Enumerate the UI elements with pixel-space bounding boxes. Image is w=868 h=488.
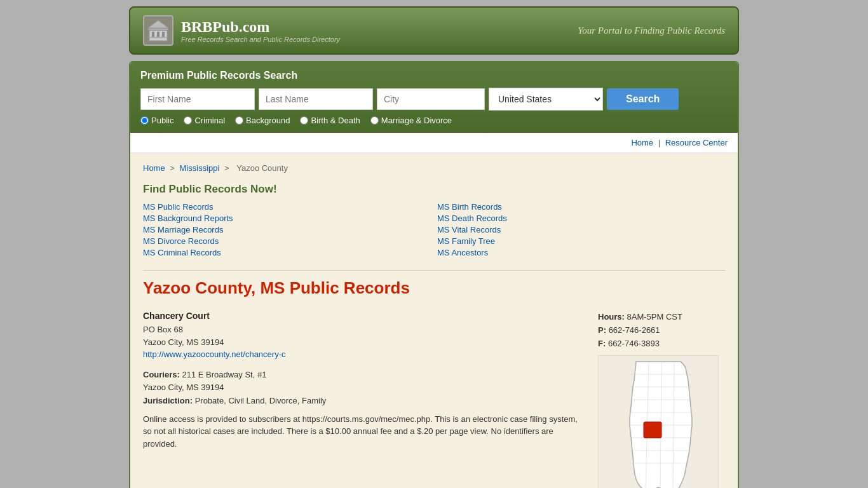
link-ms-divorce-records[interactable]: MS Divorce Records bbox=[143, 236, 431, 246]
couriers-city: Yazoo City, MS 39194 bbox=[143, 381, 585, 395]
breadcrumb-sep1: > bbox=[170, 163, 177, 173]
country-select[interactable]: United States bbox=[489, 88, 603, 111]
svg-rect-6 bbox=[149, 37, 167, 38]
phone-text: P: 662-746-2661 bbox=[598, 324, 725, 337]
svg-rect-1 bbox=[148, 28, 168, 30]
address-line2: Yazoo City, MS 39194 bbox=[143, 336, 585, 349]
county-title: Yazoo County, MS Public Records bbox=[143, 278, 725, 298]
records-section: Find Public Records Now! MS Public Recor… bbox=[143, 183, 725, 488]
couriers-label: Couriers: bbox=[143, 370, 180, 379]
breadcrumb-home[interactable]: Home bbox=[143, 163, 165, 173]
top-nav: Home | Resource Center bbox=[130, 133, 738, 153]
jurisdiction-text: Jurisdiction: Probate, Civil Land, Divor… bbox=[143, 395, 585, 408]
main-container: Premium Public Records Search United Sta… bbox=[129, 61, 739, 488]
city-input[interactable] bbox=[377, 88, 485, 110]
breadcrumb-county: Yazoo County bbox=[236, 163, 288, 173]
phone-label: P: bbox=[598, 325, 606, 335]
office-block: Chancery Court PO Box 68 Yazoo City, MS … bbox=[143, 311, 585, 361]
radio-background[interactable]: Background bbox=[235, 116, 290, 125]
link-ms-death-records[interactable]: MS Death Records bbox=[437, 214, 725, 223]
search-panel: Premium Public Records Search United Sta… bbox=[130, 62, 738, 133]
ms-map bbox=[598, 355, 719, 488]
search-panel-title: Premium Public Records Search bbox=[140, 70, 728, 81]
logo-area: BRBPub.com Free Records Search and Publi… bbox=[143, 15, 340, 46]
fax-value: 662-746-3893 bbox=[608, 339, 660, 348]
logo-icon bbox=[143, 15, 173, 46]
link-ms-public-records[interactable]: MS Public Records bbox=[143, 202, 431, 212]
hours-text: Hours: 8AM-5PM CST bbox=[598, 311, 725, 324]
svg-rect-5 bbox=[162, 32, 165, 37]
radio-birth-death[interactable]: Birth & Death bbox=[300, 116, 360, 125]
search-form: United States Search bbox=[140, 88, 728, 111]
logo-text: BRBPub.com Free Records Search and Publi… bbox=[181, 18, 340, 43]
couriers-value: 211 E Broadway St, #1 bbox=[182, 370, 266, 379]
records-left: Find Public Records Now! MS Public Recor… bbox=[143, 183, 725, 488]
header: BRBPub.com Free Records Search and Publi… bbox=[129, 6, 739, 55]
content-area: Home | Resource Center Home > Mississipp… bbox=[130, 133, 738, 488]
link-ms-criminal-records[interactable]: MS Criminal Records bbox=[143, 248, 431, 257]
content-body: Home > Mississippi > Yazoo County Find P… bbox=[130, 153, 738, 488]
header-tagline: Your Portal to Finding Public Records bbox=[578, 25, 725, 36]
radio-criminal[interactable]: Criminal bbox=[184, 116, 225, 125]
county-left: Chancery Court PO Box 68 Yazoo City, MS … bbox=[143, 311, 585, 488]
link-ms-vital-records[interactable]: MS Vital Records bbox=[437, 225, 725, 234]
phone-value: 662-746-2661 bbox=[609, 325, 660, 335]
link-ms-marriage-records[interactable]: MS Marriage Records bbox=[143, 225, 431, 234]
office-address: PO Box 68 Yazoo City, MS 39194 http://ww… bbox=[143, 323, 585, 361]
couriers-text: Couriers: 211 E Broadway St, #1 bbox=[143, 369, 585, 382]
jurisdiction-block: Couriers: 211 E Broadway St, #1 Yazoo Ci… bbox=[143, 369, 585, 451]
svg-rect-3 bbox=[152, 32, 154, 37]
search-button[interactable]: Search bbox=[607, 88, 679, 110]
county-right: Hours: 8AM-5PM CST P: 662-746-2661 F: 66… bbox=[598, 311, 725, 488]
jurisdiction-label: Jurisdiction: bbox=[143, 396, 193, 405]
site-title: BRBPub.com bbox=[181, 18, 340, 36]
records-title: Find Public Records Now! bbox=[143, 183, 725, 196]
link-ms-ancestors[interactable]: MS Ancestors bbox=[437, 248, 725, 257]
nav-separator: | bbox=[658, 138, 660, 147]
svg-marker-2 bbox=[148, 20, 168, 28]
site-subtitle: Free Records Search and Public Records D… bbox=[181, 36, 340, 43]
divider bbox=[143, 270, 725, 271]
hours-label: Hours: bbox=[598, 312, 625, 322]
link-ms-background-reports[interactable]: MS Background Reports bbox=[143, 214, 431, 223]
nav-resource-link[interactable]: Resource Center bbox=[665, 138, 728, 147]
svg-rect-4 bbox=[157, 32, 159, 37]
last-name-input[interactable] bbox=[259, 88, 373, 110]
nav-home-link[interactable]: Home bbox=[631, 138, 653, 147]
fax-text: F: 662-746-3893 bbox=[598, 337, 725, 351]
county-details: Chancery Court PO Box 68 Yazoo City, MS … bbox=[143, 311, 725, 488]
website-link[interactable]: http://www.yazoocounty.net/chancery-c bbox=[143, 349, 285, 359]
hours-value: 8AM-5PM CST bbox=[627, 312, 682, 322]
online-access-text: Online access is provided to subscribers… bbox=[143, 413, 585, 451]
breadcrumb: Home > Mississippi > Yazoo County bbox=[143, 163, 725, 173]
radio-public[interactable]: Public bbox=[140, 116, 173, 125]
fax-label: F: bbox=[598, 339, 606, 348]
radio-group: Public Criminal Background Birth & Death… bbox=[140, 116, 728, 125]
hours-block: Hours: 8AM-5PM CST P: 662-746-2661 F: 66… bbox=[598, 311, 725, 350]
office-name: Chancery Court bbox=[143, 311, 585, 321]
radio-marriage-divorce[interactable]: Marriage & Divorce bbox=[370, 116, 452, 125]
breadcrumb-state[interactable]: Mississippi bbox=[180, 163, 220, 173]
link-ms-family-tree[interactable]: MS Family Tree bbox=[437, 236, 725, 246]
breadcrumb-sep2: > bbox=[224, 163, 231, 173]
records-links: MS Public Records MS Birth Records MS Ba… bbox=[143, 202, 725, 257]
svg-rect-19 bbox=[644, 422, 661, 438]
address-line1: PO Box 68 bbox=[143, 323, 585, 336]
first-name-input[interactable] bbox=[140, 88, 255, 110]
link-ms-birth-records[interactable]: MS Birth Records bbox=[437, 202, 725, 212]
jurisdiction-value: Probate, Civil Land, Divorce, Family bbox=[195, 396, 327, 405]
